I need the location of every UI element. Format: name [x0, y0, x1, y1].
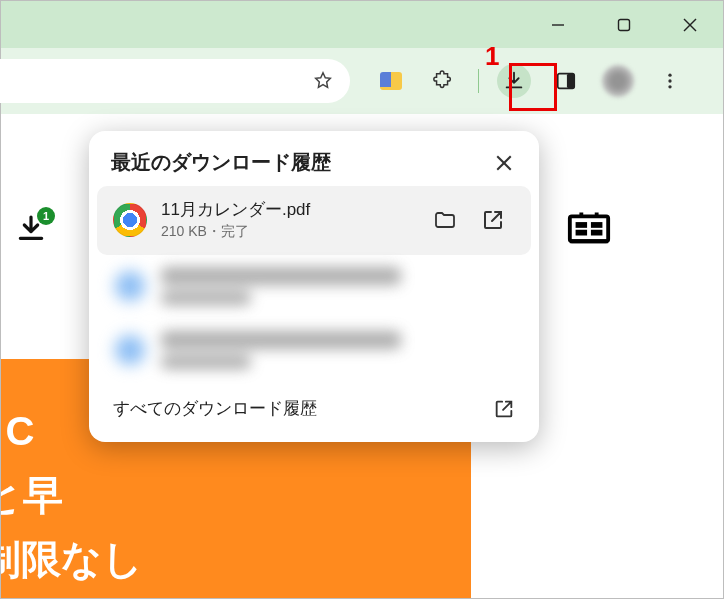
svg-point-6 — [668, 74, 671, 77]
svg-rect-11 — [591, 222, 603, 228]
open-file-button[interactable] — [473, 200, 513, 240]
svg-rect-12 — [576, 230, 588, 236]
downloads-button[interactable] — [497, 64, 531, 98]
download-filename: 11月カレンダー.pdf — [161, 198, 411, 221]
svg-rect-1 — [619, 19, 630, 30]
hero-text-line: 間制限なし — [1, 527, 451, 591]
page-download-icon[interactable]: 1 — [15, 213, 47, 245]
window-titlebar — [1, 1, 723, 48]
download-meta: 210 KB・完了 — [161, 223, 411, 241]
close-window-button[interactable] — [667, 2, 713, 48]
download-filename-hidden — [161, 331, 401, 349]
page-windows-icon — [566, 201, 612, 247]
svg-rect-13 — [591, 230, 603, 236]
extensions-puzzle-icon[interactable] — [426, 64, 460, 98]
open-in-new-icon[interactable] — [493, 398, 515, 420]
download-count-badge: 1 — [37, 207, 55, 225]
file-icon — [113, 333, 147, 367]
svg-rect-10 — [576, 222, 588, 228]
download-item-blurred — [97, 255, 531, 319]
bookmark-star-icon[interactable] — [312, 70, 334, 92]
address-bar[interactable] — [0, 59, 350, 103]
download-meta-hidden — [161, 355, 251, 369]
maximize-button[interactable] — [601, 2, 647, 48]
minimize-button[interactable] — [535, 2, 581, 48]
toolbar-separator — [478, 69, 479, 93]
all-downloads-link[interactable]: すべてのダウンロード履歴 — [113, 397, 317, 420]
menu-dots-icon[interactable] — [653, 64, 687, 98]
download-item[interactable]: 11月カレンダー.pdf 210 KB・完了 — [97, 186, 531, 255]
profile-avatar[interactable] — [601, 64, 635, 98]
chrome-logo-icon — [113, 203, 147, 237]
svg-rect-9 — [570, 216, 608, 241]
browser-toolbar — [1, 48, 723, 114]
side-panel-icon[interactable] — [549, 64, 583, 98]
show-in-folder-button[interactable] — [425, 200, 465, 240]
popup-close-button[interactable] — [491, 150, 517, 176]
download-filename-hidden — [161, 267, 401, 285]
download-item-blurred — [97, 319, 531, 383]
extension-color-icon[interactable] — [374, 64, 408, 98]
download-meta-hidden — [161, 291, 251, 305]
svg-point-8 — [668, 85, 671, 88]
svg-point-7 — [668, 79, 671, 82]
svg-rect-5 — [567, 74, 574, 89]
popup-title: 最近のダウンロード履歴 — [111, 149, 331, 176]
file-icon — [113, 269, 147, 303]
hero-text-line: っと早 — [1, 463, 451, 527]
downloads-popup: 最近のダウンロード履歴 11月カレンダー.pdf 210 KB・完了 — [89, 131, 539, 442]
